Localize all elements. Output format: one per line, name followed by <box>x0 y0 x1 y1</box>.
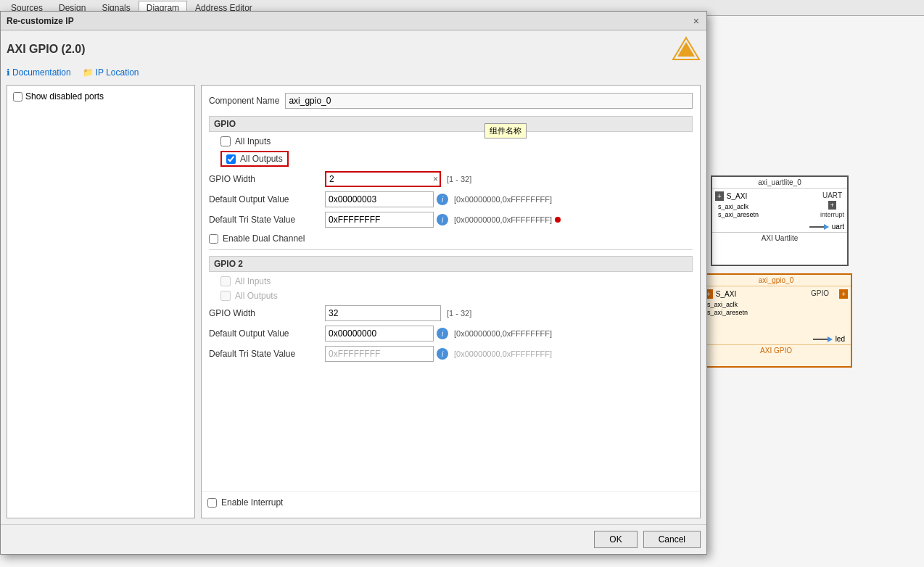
default-output-label: Default Output Value <box>209 194 325 204</box>
enable-dual-label: Enable Dual Channel <box>223 233 305 244</box>
info-icon-output[interactable]: i <box>437 194 448 205</box>
dialog-title-bar: Re-customize IP × <box>1 12 706 30</box>
all-outputs-row-highlighted[interactable]: All Outputs <box>220 151 289 167</box>
gpio-aclk: s_axi_aclk <box>704 301 848 308</box>
interrupt-text: interrupt <box>820 211 844 218</box>
default-output-row: Default Output Value i [0x00000000,0xFFF… <box>209 191 693 207</box>
gpio-width-row: GPIO Width × [1 - 32] <box>209 171 693 187</box>
clear-icon[interactable]: × <box>433 174 438 184</box>
uart-s-axi-label: S_AXI <box>727 192 747 200</box>
gpio2-width-range: [1 - 32] <box>447 309 471 318</box>
default-tri-range: [0x00000000,0xFFFFFFFF] <box>454 215 552 224</box>
info-icon-tri[interactable]: i <box>437 214 448 225</box>
all-inputs-checkbox[interactable] <box>220 136 231 146</box>
gpio-section-header: GPIO <box>209 116 693 132</box>
default-output-range: [0x00000000,0xFFFFFFFF] <box>454 195 552 204</box>
uart-plus-icon[interactable]: + <box>715 191 724 201</box>
all-outputs-label: All Outputs <box>240 154 283 164</box>
enable-interrupt-label: Enable Interrupt <box>221 497 283 508</box>
gpio2-all-outputs-label: All Outputs <box>235 291 278 301</box>
dialog-overlay: Re-customize IP × AXI GPIO (2.0) ℹ <box>0 11 707 555</box>
comp-name-label: Component Name <box>209 96 279 106</box>
right-panel-scroll[interactable]: Component Name 组件名称 GPIO All Inputs <box>202 86 700 491</box>
dialog: Re-customize IP × AXI GPIO (2.0) ℹ <box>0 11 707 555</box>
dialog-body: Show disabled ports Component Name 组件名称 <box>7 85 701 518</box>
default-tri-input[interactable] <box>325 212 434 228</box>
gpio2-all-inputs-row[interactable]: All Inputs <box>220 276 693 286</box>
led-port-label: led <box>836 335 845 343</box>
uart-text: UART <box>822 191 842 199</box>
all-inputs-label: All Inputs <box>235 136 271 146</box>
uart-port-label: uart <box>832 223 844 231</box>
gpio-width-label: GPIO Width <box>209 174 325 184</box>
gpio2-default-tri-row: Default Tri State Value i [0x00000000,0x… <box>209 346 693 362</box>
gpio-block-title: axi_gpio_0 <box>701 275 851 286</box>
dialog-content: AXI GPIO (2.0) ℹ Documentation 📁 <box>1 30 706 524</box>
gpio-expand-right[interactable]: + <box>839 289 848 299</box>
gpio-s-axi-label: S_AXI <box>716 290 736 298</box>
show-ports-checkbox-row[interactable]: Show disabled ports <box>13 91 189 102</box>
enable-interrupt-section: Enable Interrupt <box>202 491 700 518</box>
close-button[interactable]: × <box>692 15 701 27</box>
enable-dual-row[interactable]: Enable Dual Channel <box>209 233 693 244</box>
dialog-header: AXI GPIO (2.0) <box>7 36 701 62</box>
all-inputs-row[interactable]: All Inputs <box>220 136 693 146</box>
gpio-width-range: [1 - 32] <box>447 175 471 183</box>
uart-block-label: AXI Uartlite <box>712 232 847 244</box>
axi-gpio-block[interactable]: axi_gpio_0 + S_AXI s_axi_aclk s_axi_ares… <box>700 273 852 368</box>
show-ports-checkbox[interactable] <box>13 92 22 102</box>
gpio-text-right: GPIO <box>811 289 829 297</box>
gpio2-default-tri-label: Default Tri State Value <box>209 349 325 359</box>
show-ports-label: Show disabled ports <box>25 91 104 102</box>
uart-block[interactable]: axi_uartlite_0 + S_AXI s_axi_aclk s_axi_… <box>711 175 849 266</box>
gpio-block-label: AXI GPIO <box>701 344 851 356</box>
gpio2-default-output-input[interactable] <box>325 326 434 342</box>
gpio2-width-label: GPIO Width <box>209 308 325 318</box>
default-tri-label: Default Tri State Value <box>209 215 325 225</box>
dialog-links: ℹ Documentation 📁 IP Location <box>7 67 701 78</box>
enable-interrupt-checkbox[interactable] <box>207 498 217 508</box>
info-icon-gpio2-output[interactable]: i <box>437 328 448 339</box>
gpio-aresetn: s_axi_aresetn <box>704 309 848 316</box>
info-icon-gpio2-tri[interactable]: i <box>437 348 448 360</box>
ip-location-link[interactable]: 📁 IP Location <box>83 67 139 78</box>
gpio2-default-output-range: [0x00000000,0xFFFFFFFF] <box>454 329 552 338</box>
default-output-input[interactable] <box>325 191 434 207</box>
dialog-footer: OK Cancel <box>1 524 706 554</box>
gpio2-width-input[interactable] <box>325 305 441 321</box>
gpio2-default-output-label: Default Output Value <box>209 328 325 339</box>
component-name-row: Component Name 组件名称 <box>209 93 693 109</box>
xilinx-logo <box>672 36 701 62</box>
divider1 <box>209 249 693 250</box>
main-area: + S_AXI s_axi_aclk s_axi_aresetn GPIO + <box>0 16 924 567</box>
gpio2-default-tri-range: [0x00000000,0xFFFFFFFF] <box>454 349 552 358</box>
uart-expand-btn[interactable]: + <box>828 201 836 210</box>
gpio2-all-outputs-checkbox[interactable] <box>220 291 231 301</box>
gpio2-section-header: GPIO 2 <box>209 256 693 272</box>
dialog-title: Re-customize IP <box>7 16 74 26</box>
gpio2-width-row: GPIO Width [1 - 32] <box>209 305 693 321</box>
cancel-button[interactable]: Cancel <box>643 531 701 548</box>
gpio2-default-output-row: Default Output Value i [0x00000000,0xFFF… <box>209 326 693 342</box>
component-name-tooltip: 组件名称 <box>484 123 527 138</box>
uart-block-title: axi_uartlite_0 <box>712 177 847 189</box>
enable-dual-checkbox[interactable] <box>209 234 218 244</box>
documentation-link[interactable]: ℹ Documentation <box>7 67 71 78</box>
component-title: AXI GPIO (2.0) <box>7 43 85 56</box>
left-panel: Show disabled ports <box>7 85 195 518</box>
component-name-input[interactable] <box>285 93 693 109</box>
svg-marker-3 <box>677 42 695 57</box>
gpio2-all-inputs-checkbox[interactable] <box>220 276 231 286</box>
gpio2-all-outputs-row[interactable]: All Outputs <box>220 291 693 301</box>
default-tri-row: Default Tri State Value i [0x00000000,0x… <box>209 212 693 228</box>
right-panel: Component Name 组件名称 GPIO All Inputs <box>201 85 701 518</box>
ok-button[interactable]: OK <box>594 531 637 548</box>
gpio2-default-tri-input[interactable] <box>325 346 434 362</box>
red-dot-indicator <box>555 217 561 223</box>
enable-interrupt-row[interactable]: Enable Interrupt <box>207 497 694 508</box>
gpio2-all-inputs-label: All Inputs <box>235 276 271 286</box>
gpio-width-input[interactable] <box>325 171 441 187</box>
all-outputs-checkbox[interactable] <box>226 154 236 164</box>
